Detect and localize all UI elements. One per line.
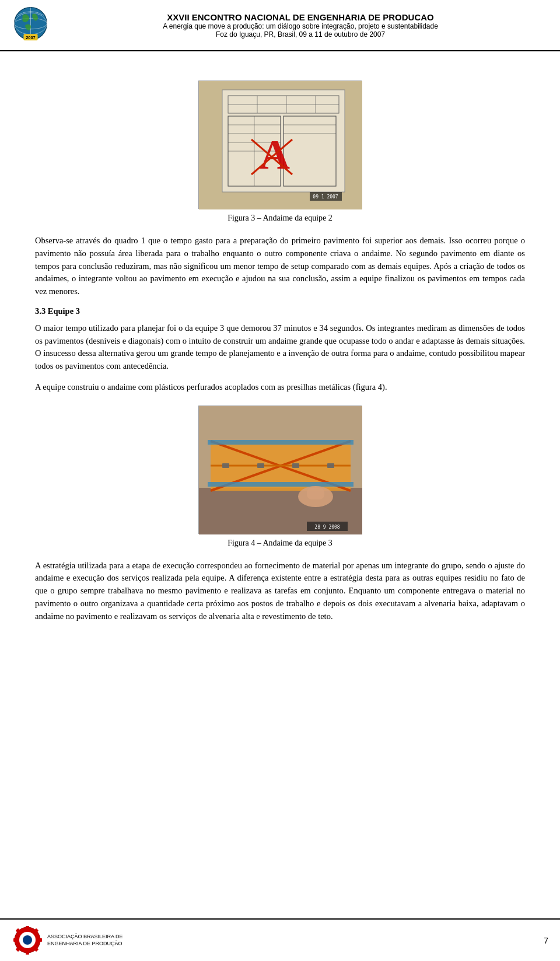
footer-logo-area: ASSOCIAÇÃO BRASILEIRA DE ENGENHARIA DE P… — [12, 924, 123, 956]
paragraph-4: A estratégia utilizada para a etapa de e… — [35, 560, 525, 623]
header-logo: 2007 — [12, 5, 52, 46]
abepro-logo-icon — [12, 924, 44, 956]
page-header: 2007 XXVII ENCONTRO NACIONAL DE ENGENHAR… — [0, 0, 560, 51]
footer-org-line2: ENGENHARIA DE PRODUÇÃO — [47, 941, 123, 948]
figure3-image: A 09 1 2007 — [198, 81, 362, 209]
figure3-caption: Figura 3 – Andaime da equipe 2 — [228, 214, 332, 223]
main-content: A 09 1 2007 Figura 3 – Andaime da equipe… — [0, 51, 560, 648]
paragraph-2: O maior tempo utilizado para planejar fo… — [35, 322, 525, 373]
header-subtitle2: Foz do Iguaçu, PR, Brasil, 09 a 11 de ou… — [52, 30, 548, 39]
header-subtitle1: A energia que move a produção: um diálog… — [52, 22, 548, 30]
figure4-container: 28 9 2008 Figura 4 – Andaime da equipe 3 — [35, 406, 525, 548]
svg-rect-39 — [292, 463, 299, 468]
paragraph-1: Observa-se através do quadro 1 que o tem… — [35, 235, 525, 298]
svg-point-46 — [23, 935, 32, 945]
figure3-container: A 09 1 2007 Figura 3 – Andaime da equipe… — [35, 81, 525, 223]
svg-rect-34 — [208, 440, 354, 445]
paragraph-3: A equipe construiu o andaime com plástic… — [35, 381, 525, 394]
footer-page-number: 7 — [544, 936, 548, 945]
footer-org-line1: ASSOCIAÇÃO BRASILEIRA DE — [47, 934, 123, 941]
svg-rect-50 — [38, 938, 42, 942]
svg-rect-49 — [13, 938, 18, 942]
header-text-block: XXVII ENCONTRO NACIONAL DE ENGENHARIA DE… — [52, 12, 548, 39]
header-title: XXVII ENCONTRO NACIONAL DE ENGENHARIA DE… — [52, 12, 548, 22]
figure4-caption: Figura 4 – Andaime da equipe 3 — [228, 539, 332, 548]
svg-text:28 9 2008: 28 9 2008 — [314, 525, 340, 530]
page-footer: ASSOCIAÇÃO BRASILEIRA DE ENGENHARIA DE P… — [0, 918, 560, 961]
svg-rect-40 — [327, 463, 334, 468]
figure4-image: 28 9 2008 — [198, 406, 362, 534]
svg-text:09 1 2007: 09 1 2007 — [313, 194, 338, 200]
svg-rect-33 — [208, 482, 354, 487]
svg-rect-38 — [257, 463, 264, 468]
svg-rect-48 — [26, 950, 29, 955]
svg-rect-37 — [222, 463, 229, 468]
svg-rect-47 — [26, 926, 29, 930]
section-33-title: 3.3 Equipe 3 — [35, 306, 525, 316]
svg-text:2007: 2007 — [26, 35, 35, 40]
svg-rect-36 — [307, 488, 324, 499]
